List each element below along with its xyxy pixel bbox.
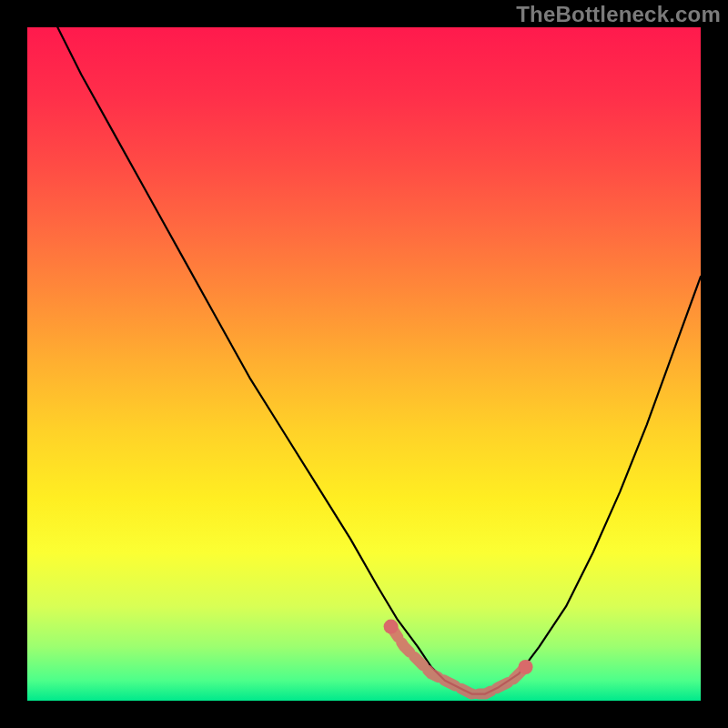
watermark-text: TheBottleneck.com xyxy=(516,2,721,27)
marker-endcap xyxy=(519,660,533,674)
marker-endcap xyxy=(384,620,399,634)
chart-container: { "watermark": "TheBottleneck.com", "col… xyxy=(0,0,728,728)
bottleneck-chart xyxy=(27,27,701,701)
gradient-background xyxy=(27,27,701,701)
